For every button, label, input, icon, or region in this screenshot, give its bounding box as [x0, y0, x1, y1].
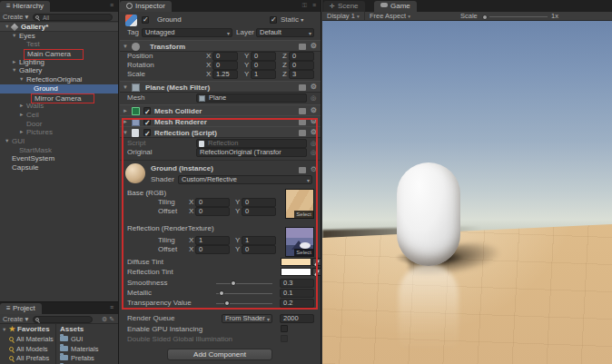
help-icon[interactable]	[299, 84, 306, 91]
rotation-z-field[interactable]: 0	[289, 61, 314, 70]
refl-offset-x[interactable]: 0	[195, 245, 230, 254]
reflection-tint-swatch[interactable]	[281, 268, 311, 276]
tree-item-ground[interactable]: Ground	[0, 84, 118, 93]
dsgi-checkbox[interactable]	[281, 335, 288, 342]
help-icon[interactable]	[299, 44, 306, 50]
rotation-y-field[interactable]: 0	[251, 61, 276, 70]
tree-item-ceil[interactable]: ►Ceil	[0, 111, 118, 120]
position-y-field[interactable]: 0	[251, 52, 276, 61]
position-x-field[interactable]: 0	[212, 52, 238, 61]
create-button[interactable]: Create ▾	[3, 314, 28, 324]
display-dropdown[interactable]: Display 1 ▾	[327, 12, 360, 21]
smoothness-value[interactable]: 0.3	[280, 279, 314, 288]
foldout-arrow[interactable]: ►	[19, 111, 26, 120]
aspect-dropdown[interactable]: Free Aspect ▾	[370, 12, 410, 21]
render-queue-dropdown[interactable]: From Shader▾	[222, 314, 272, 323]
tab-game[interactable]: Game	[374, 1, 417, 12]
script-field[interactable]: Reflection	[196, 139, 307, 148]
tab-inspector[interactable]: Inspector	[120, 1, 172, 12]
game-viewport[interactable]	[322, 21, 612, 364]
metallic-value[interactable]: 0.1	[280, 289, 314, 298]
refl-offset-y[interactable]: 0	[242, 245, 276, 254]
material-preview-sphere[interactable]	[125, 163, 145, 183]
search-input[interactable]	[33, 316, 93, 323]
scale-x-field[interactable]: 1.25	[212, 70, 238, 79]
foldout-arrow[interactable]: ▼	[123, 82, 128, 93]
project-settings-icons[interactable]: ⚙ ✎	[102, 314, 114, 324]
tree-item-gallery[interactable]: ▼Gallery	[0, 66, 118, 75]
scale-slider-thumb[interactable]	[482, 15, 488, 20]
gear-icon[interactable]: ⚙	[311, 127, 317, 138]
tab-scene[interactable]: ✛Scene	[323, 1, 365, 12]
add-component-button[interactable]: Add Component	[167, 349, 272, 360]
favorite-all-models[interactable]: All Models	[9, 345, 48, 354]
refl-tiling-y[interactable]: 1	[242, 236, 276, 245]
help-icon[interactable]	[299, 167, 306, 173]
favorites-header[interactable]: ▼ ★ Favorites	[2, 325, 50, 334]
favorite-all-materials[interactable]: All Materials	[9, 335, 54, 344]
foldout-arrow[interactable]: ▼	[12, 32, 19, 41]
help-icon[interactable]	[299, 108, 306, 114]
reflection-script-header[interactable]: ▼ Reflection (Script) ⚙	[120, 126, 321, 138]
gear-icon[interactable]: ⚙	[311, 164, 317, 175]
metallic-slider[interactable]	[216, 289, 272, 298]
foldout-arrow[interactable]: ▼	[19, 75, 26, 84]
eyedropper-icon[interactable]	[312, 258, 321, 266]
folder-prefabs[interactable]: Prefabs	[60, 354, 94, 363]
tree-item-door[interactable]: Door	[0, 120, 118, 129]
select-texture-button[interactable]: Select	[294, 249, 313, 256]
base-offset-x[interactable]: 0	[195, 207, 230, 216]
active-checkbox[interactable]	[142, 16, 149, 24]
folder-gui[interactable]: GUI	[60, 335, 83, 344]
object-picker-icon[interactable]: ◎	[311, 148, 316, 157]
foldout-arrow[interactable]: ►	[12, 58, 19, 67]
help-icon[interactable]	[299, 130, 306, 136]
rotation-x-field[interactable]: 0	[212, 61, 238, 70]
tag-dropdown[interactable]: Untagged▾	[142, 28, 232, 37]
gear-icon[interactable]: ⚙	[311, 41, 317, 52]
foldout-arrow[interactable]: ▼	[123, 41, 128, 52]
base-texture-slot[interactable]: Select	[285, 189, 314, 219]
tree-item-capsule[interactable]: Capsule	[0, 163, 118, 172]
position-z-field[interactable]: 0	[289, 52, 314, 61]
tree-item-walls[interactable]: ►Walls	[0, 102, 118, 111]
smoothness-slider[interactable]	[216, 279, 272, 288]
scene-row[interactable]: ▼Gallery*	[0, 23, 118, 32]
select-texture-button[interactable]: Select	[294, 211, 313, 218]
slider-thumb[interactable]	[231, 280, 236, 286]
base-tiling-x[interactable]: 0	[195, 198, 230, 207]
column-divider[interactable]	[55, 324, 56, 364]
tree-item-pictures[interactable]: ►Pictures	[0, 128, 118, 137]
scale-z-field[interactable]: 3	[289, 70, 314, 79]
layer-dropdown[interactable]: Default▾	[256, 28, 314, 37]
original-field[interactable]: RefectionOriginal (Transfor	[196, 148, 307, 157]
gpu-instancing-checkbox[interactable]	[281, 325, 288, 332]
tab-hierarchy[interactable]: ≡ Hierarchy	[0, 1, 50, 12]
mesh-collider-checkbox[interactable]	[143, 107, 151, 114]
transparency-slider[interactable]	[216, 299, 272, 308]
tree-item-startmask[interactable]: StartMask	[0, 146, 118, 155]
foldout-arrow[interactable]: ►	[19, 128, 26, 137]
tree-item-gui[interactable]: ▼GUI	[0, 137, 118, 146]
render-queue-value[interactable]: 2000	[280, 314, 314, 323]
static-checkbox[interactable]	[270, 16, 277, 24]
tree-item-test[interactable]: Test	[0, 40, 118, 49]
reflection-checkbox[interactable]	[143, 129, 151, 136]
static-label[interactable]: Static ▾	[281, 15, 303, 25]
slider-thumb[interactable]	[219, 290, 224, 296]
favorite-all-prefabs[interactable]: All Prefabs	[9, 354, 49, 363]
base-tiling-y[interactable]: 0	[242, 198, 276, 207]
mesh-renderer-checkbox[interactable]	[143, 118, 151, 125]
lock-and-menu-icons[interactable]: ⚿ ≡	[302, 2, 318, 9]
search-input[interactable]: All	[33, 14, 113, 21]
reflection-texture-slot[interactable]: Select	[285, 227, 314, 257]
mesh-filter-header[interactable]: ▼ Plane (Mesh Filter) ⚙	[120, 81, 321, 93]
refl-tiling-x[interactable]: 1	[195, 236, 230, 245]
eyedropper-icon[interactable]	[312, 268, 321, 276]
folder-materials[interactable]: Materials	[60, 345, 98, 354]
panel-menu-icon[interactable]: ≡	[110, 2, 115, 8]
slider-thumb[interactable]	[224, 300, 230, 306]
tree-item-mirror-camera[interactable]: Mirror Camera	[0, 93, 118, 103]
tree-item-eyes[interactable]: ▼Eyes	[0, 32, 118, 41]
foldout-arrow[interactable]: ▼	[123, 127, 128, 138]
